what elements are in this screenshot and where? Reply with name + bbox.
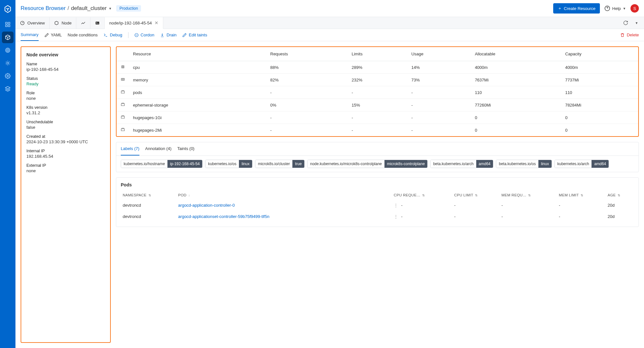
- resource-icon: [117, 86, 129, 99]
- field-label: Unschedulable: [26, 120, 105, 124]
- nav-cube-icon[interactable]: [2, 32, 14, 43]
- tab-bar: Overview Node node/ip-192-168-45-54 ✕ ▼: [15, 17, 644, 29]
- subtab-summary[interactable]: Summary: [21, 29, 39, 41]
- field-value: Ready: [26, 81, 105, 86]
- nav-sun-icon[interactable]: [2, 57, 14, 69]
- sub-tabs: Summary YAML Node conditions Debug Cordo…: [15, 29, 644, 41]
- svg-point-7: [7, 62, 9, 64]
- create-resource-button[interactable]: ＋Create Resource: [553, 3, 600, 14]
- subtab-drain[interactable]: Drain: [160, 29, 176, 41]
- subtab-cordon[interactable]: Cordon: [134, 29, 155, 41]
- resource-row: ephemeral-storage0%15% -77260Mi78284Mi: [117, 99, 638, 111]
- field-label: Status: [26, 76, 105, 81]
- tab-active-node[interactable]: node/ip-192-168-45-54 ✕: [105, 17, 163, 29]
- nav-layers-icon[interactable]: [2, 83, 14, 95]
- tab-terminal-icon[interactable]: [90, 17, 105, 29]
- label-chip: beta.kubernetes.io/oslinux: [496, 160, 552, 168]
- svg-rect-1: [8, 22, 10, 24]
- field-label: External IP: [26, 163, 105, 168]
- pod-row: devtroncd argocd-applicationset-controll…: [121, 211, 634, 222]
- terminal-icon: [103, 33, 108, 37]
- col-allocatable: Allocatable: [471, 47, 562, 61]
- resource-row: pods-- -110110: [117, 86, 638, 99]
- resource-icon: [117, 111, 129, 124]
- svg-point-6: [7, 50, 8, 51]
- avatar[interactable]: S: [630, 4, 639, 13]
- cordon-icon: [134, 33, 139, 37]
- col-mem-req[interactable]: MEM REQU… ⇅: [499, 191, 557, 200]
- gauge-icon: [20, 21, 25, 25]
- field-label: K8s version: [26, 105, 105, 110]
- subtab-yaml[interactable]: YAML: [44, 29, 62, 41]
- tab-overview[interactable]: Overview: [15, 17, 50, 29]
- resource-table: Resource Requests Limits Usage Allocatab…: [116, 46, 639, 137]
- meta-tabs-panel: Labels (7) Annotation (4) Taints (0) kub…: [116, 142, 639, 172]
- resource-icon: [117, 124, 129, 136]
- field-value: false: [26, 125, 105, 130]
- kebab-icon[interactable]: ⋮: [394, 203, 398, 208]
- drain-icon: [160, 33, 165, 37]
- help-button[interactable]: Help ▼: [604, 5, 626, 11]
- breadcrumb-cluster[interactable]: default_cluster: [71, 5, 107, 12]
- subtab-edit-taints[interactable]: Edit taints: [182, 29, 207, 41]
- col-age[interactable]: AGE ⇅: [606, 191, 634, 200]
- trash-icon: [620, 33, 625, 37]
- close-icon[interactable]: ✕: [155, 20, 158, 25]
- chevron-down-icon[interactable]: ▼: [109, 7, 112, 10]
- label-chip: kubernetes.io/hostnameip-192-168-45-54: [121, 160, 203, 168]
- col-pod[interactable]: POD ↓: [176, 191, 392, 200]
- meta-tab-annotation[interactable]: Annotation (4): [145, 142, 172, 155]
- col-requests: Requests: [266, 47, 348, 61]
- tab-node[interactable]: Node: [50, 17, 76, 29]
- svg-rect-13: [122, 66, 124, 68]
- breadcrumb-root[interactable]: Resource Browser: [21, 5, 66, 12]
- col-cpu-lim[interactable]: CPU LIMIT ⇅: [452, 191, 499, 200]
- resource-row: cpu88%289% 14%4000m4000m: [117, 61, 638, 74]
- node-overview-panel: Node overview Name ip-192-168-45-54Statu…: [21, 46, 111, 343]
- env-badge: Production: [116, 5, 141, 12]
- chevron-down-icon[interactable]: ▼: [632, 19, 641, 27]
- resource-icon: [117, 74, 129, 86]
- subtab-debug[interactable]: Debug: [103, 29, 122, 41]
- nav-target-icon[interactable]: [2, 44, 14, 56]
- meta-tab-labels[interactable]: Labels (7): [121, 142, 139, 155]
- field-value: none: [26, 96, 105, 101]
- kebab-icon[interactable]: ⋮: [394, 214, 398, 219]
- svg-rect-2: [5, 25, 7, 27]
- field-value: v1.31.2: [26, 110, 105, 115]
- label-chip: node.kubernetes.io/microk8s-controlplane…: [307, 160, 428, 168]
- svg-rect-11: [96, 22, 99, 24]
- panel-title: Node overview: [26, 52, 105, 57]
- meta-tab-taints[interactable]: Taints (0): [177, 142, 194, 155]
- help-icon: [604, 5, 610, 11]
- field-label: Internal IP: [26, 149, 105, 153]
- pods-section: Pods NAMESPACE ⇅ POD ↓ CPU REQUE… ⇅ CPU …: [116, 177, 639, 227]
- resource-icon: [117, 61, 129, 74]
- field-label: Role: [26, 91, 105, 95]
- field-value: 2024-10-23 13:30:39 +0000 UTC: [26, 139, 105, 144]
- header: Resource Browser / default_cluster ▼ Pro…: [15, 0, 644, 17]
- col-cpu-req[interactable]: CPU REQUE… ⇅: [392, 191, 452, 200]
- svg-rect-3: [8, 25, 10, 27]
- pod-link[interactable]: argocd-application-controller-0: [178, 203, 235, 208]
- sidebar-nav: [0, 0, 15, 348]
- delete-button[interactable]: Delete: [620, 29, 639, 41]
- pods-title: Pods: [121, 182, 634, 187]
- field-value: 192.168.45.54: [26, 154, 105, 159]
- refresh-icon[interactable]: [621, 19, 630, 27]
- nav-apps-icon[interactable]: [2, 19, 14, 30]
- chevron-down-icon: ▼: [623, 7, 626, 10]
- subtab-conditions[interactable]: Node conditions: [68, 29, 98, 41]
- pod-link[interactable]: argocd-applicationset-controller-59b75f9…: [178, 214, 269, 219]
- svg-rect-0: [5, 22, 7, 24]
- col-namespace[interactable]: NAMESPACE ⇅: [121, 191, 176, 200]
- nav-gear-icon[interactable]: [2, 70, 14, 82]
- field-label: Name: [26, 62, 105, 66]
- resource-row: hugepages-1Gi-- -00: [117, 111, 638, 124]
- breadcrumb: Resource Browser / default_cluster ▼: [21, 5, 112, 12]
- tab-chart-icon[interactable]: [76, 17, 90, 29]
- edit-icon: [182, 33, 187, 37]
- col-mem-lim[interactable]: MEM LIMIT ⇅: [557, 191, 606, 200]
- label-chip: beta.kubernetes.io/archamd64: [430, 160, 493, 168]
- field-label: Created at: [26, 134, 105, 139]
